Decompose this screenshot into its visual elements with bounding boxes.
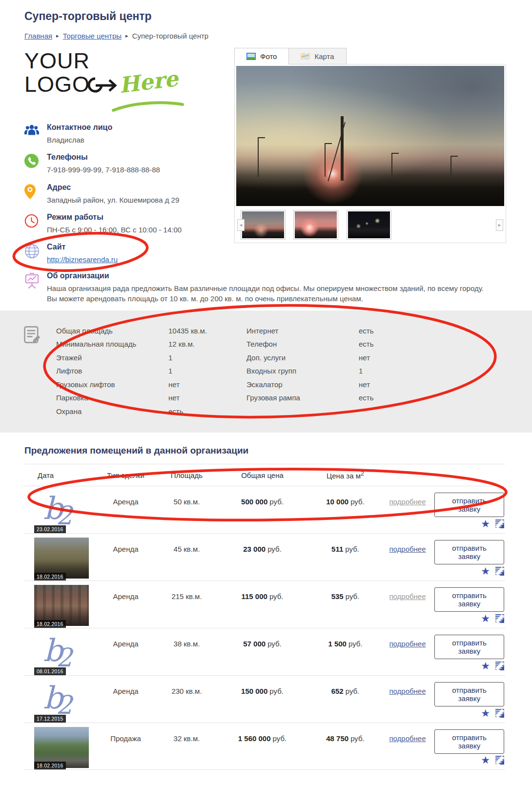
streetlight-silhouette — [325, 143, 326, 177]
gallery-thumbnail[interactable] — [293, 210, 338, 240]
offer-thumbnail[interactable]: b2 23.02.2016 — [34, 490, 89, 533]
gallery: Фото Карта — [234, 48, 506, 265]
column-header-deal: Тип сделки — [93, 471, 159, 479]
offer-price-per-sqm: 48 750руб. — [310, 723, 381, 769]
contact-person-title: Контактное лицо — [47, 123, 112, 132]
send-request-button[interactable]: отправить заявку — [434, 540, 504, 564]
spec-row: Телефонесть — [246, 337, 374, 351]
tab-photo-label: Фото — [260, 52, 277, 61]
details-link[interactable]: подробнее — [389, 734, 426, 743]
offer-total-price: 57 000руб. — [215, 628, 310, 675]
b2-logo-thumbnail: b2 — [34, 632, 83, 671]
offer-row: b2 23.02.2016 Аренда 50кв.м. 500 000руб.… — [24, 486, 505, 533]
offer-area: 230кв.м. — [159, 676, 215, 723]
map-pin-icon — [24, 183, 47, 205]
offer-thumbnail[interactable]: 18.02.2016 — [34, 585, 89, 628]
column-header-per-sqm: Цена за м2 — [310, 470, 381, 480]
spec-row: Доп. услугинет — [246, 351, 374, 365]
logo-underline-swoosh — [111, 101, 184, 113]
breadcrumb-current: Супер-торговый центр — [132, 32, 209, 40]
send-request-button[interactable]: отправить заявку — [434, 635, 504, 659]
tab-map[interactable]: Карта — [289, 48, 346, 64]
send-request-button[interactable]: отправить заявку — [434, 493, 504, 517]
offer-row: b2 17.12.2015 Аренда 230кв.м. 150 000руб… — [24, 675, 505, 723]
spec-row: Охранаесть — [56, 405, 246, 418]
about-text: Наша организация рада предложить Вам раз… — [47, 284, 493, 304]
breadcrumb-separator-icon: ▸ — [56, 33, 59, 39]
offer-area: 32кв.м. — [159, 723, 215, 769]
streetlight-silhouette — [258, 137, 259, 176]
address-title: Адрес — [47, 183, 179, 192]
send-request-button[interactable]: отправить заявку — [434, 587, 504, 612]
hours-value: ПН-СБ с 9:00 - 16:00, ВС с 10:00 - 14:00 — [47, 225, 182, 235]
compare-notes-icon[interactable] — [495, 662, 504, 670]
notepad-icon — [22, 324, 56, 418]
offer-row: b2 08.01.2016 Аренда 38кв.м. 57 000руб. … — [24, 628, 505, 675]
favorite-star-icon[interactable]: ★ — [481, 566, 490, 576]
thumbnail-strip: ◄ ► — [235, 207, 506, 243]
details-link[interactable]: подробнее — [389, 592, 426, 601]
offer-date: 08.01.2016 — [34, 667, 66, 675]
phones-title: Телефоны — [47, 153, 160, 162]
offer-thumbnail[interactable]: b2 08.01.2016 — [34, 632, 89, 675]
offer-total-price: 23 000руб. — [215, 534, 310, 581]
globe-icon — [24, 243, 47, 265]
offer-thumbnail[interactable]: 18.02.2016 — [34, 727, 89, 769]
details-link[interactable]: подробнее — [389, 687, 426, 695]
offer-price-per-sqm: 10 000руб. — [310, 486, 381, 533]
details-link[interactable]: подробнее — [389, 498, 426, 506]
favorite-star-icon[interactable]: ★ — [481, 708, 490, 718]
breadcrumb-malls[interactable]: Торговые центры — [63, 32, 122, 40]
logo-text-your: YOUR — [24, 51, 234, 72]
spec-row: Грузовых лифтовнет — [56, 378, 246, 392]
phone-icon — [24, 153, 47, 175]
gallery-thumbnail[interactable] — [347, 210, 391, 240]
details-link[interactable]: подробнее — [389, 640, 426, 648]
gallery-prev-button[interactable]: ◄ — [237, 219, 245, 231]
site-link[interactable]: http://biznesarenda.ru — [47, 255, 118, 264]
offer-area: 38кв.м. — [159, 628, 215, 675]
tab-photo[interactable]: Фото — [234, 48, 289, 64]
breadcrumb-home[interactable]: Главная — [24, 32, 52, 40]
offer-thumbnail[interactable]: 18.02.2016 — [34, 538, 89, 581]
column-header-area: Площадь — [159, 471, 215, 479]
svg-text:2: 2 — [56, 643, 74, 669]
offer-price-per-sqm: 535руб. — [310, 581, 381, 628]
favorite-star-icon[interactable]: ★ — [481, 613, 490, 623]
breadcrumb: Главная ▸ Торговые центры ▸ Супер-торгов… — [24, 32, 505, 40]
photo-tab-icon — [246, 53, 256, 60]
favorite-star-icon[interactable]: ★ — [481, 661, 490, 671]
favorite-star-icon[interactable]: ★ — [481, 755, 490, 765]
b2-logo-thumbnail: b2 — [34, 680, 83, 719]
svg-text:2: 2 — [56, 690, 74, 716]
offer-deal-type: Аренда — [93, 486, 159, 533]
tab-map-label: Карта — [314, 52, 334, 61]
presentation-icon — [24, 271, 47, 304]
send-request-button[interactable]: отправить заявку — [434, 729, 504, 754]
about-title: Об организации — [47, 271, 493, 280]
compare-notes-icon[interactable] — [495, 614, 504, 623]
spec-row: Парковканет — [56, 391, 246, 405]
offer-price-per-sqm: 652руб. — [310, 676, 381, 723]
send-request-button[interactable]: отправить заявку — [434, 682, 504, 706]
specs-band: Общая площадь10435 кв.м. Минимальная пло… — [0, 311, 532, 433]
offer-date: 23.02.2016 — [34, 525, 66, 533]
favorite-star-icon[interactable]: ★ — [481, 518, 490, 529]
hours-title: Режим работы — [47, 213, 182, 222]
offer-date: 18.02.2016 — [34, 620, 66, 628]
compare-notes-icon[interactable] — [495, 567, 504, 576]
offer-total-price: 115 000руб. — [215, 581, 310, 628]
offer-thumbnail[interactable]: b2 17.12.2015 — [34, 680, 89, 723]
compare-notes-icon[interactable] — [495, 519, 504, 528]
compare-notes-icon[interactable] — [495, 756, 504, 765]
organization-logo: YOUR LOGO Here — [24, 51, 234, 115]
gallery-thumbnail[interactable] — [241, 210, 286, 240]
offer-area: 215кв.м. — [159, 581, 215, 628]
contact-person-value: Владислав — [47, 135, 112, 145]
details-link[interactable]: подробнее — [389, 545, 426, 553]
logo-text-logo: LOGO — [24, 72, 90, 97]
compare-notes-icon[interactable] — [495, 709, 504, 718]
map-tab-icon — [301, 53, 310, 60]
gallery-next-button[interactable]: ► — [496, 219, 503, 231]
specs-left-column: Общая площадь10435 кв.м. Минимальная пло… — [56, 324, 246, 418]
